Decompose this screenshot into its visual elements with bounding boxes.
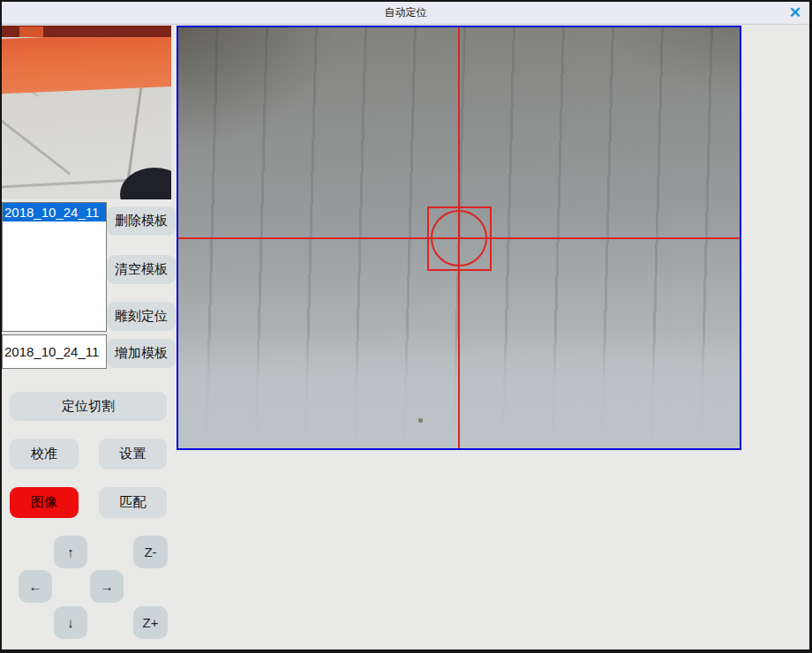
jog-up-button[interactable]: ↑ <box>54 536 87 568</box>
close-icon[interactable]: ✕ <box>789 4 801 23</box>
jog-z-minus-button[interactable]: Z- <box>133 536 168 568</box>
dialog-title: 自动定位 <box>385 5 427 20</box>
target-circle <box>431 210 487 266</box>
auto-position-dialog: 自动定位 ✕ 2018_10_24_11 2018_10_24_11 删除模板 … <box>0 0 812 653</box>
calibrate-button[interactable]: 校准 <box>10 439 79 469</box>
template-preview-image <box>2 26 173 199</box>
jog-z-plus-button[interactable]: Z+ <box>133 606 168 639</box>
settings-button[interactable]: 设置 <box>99 439 167 469</box>
clear-template-button[interactable]: 清空模板 <box>107 255 176 284</box>
template-list[interactable]: 2018_10_24_11 <box>2 202 107 332</box>
jog-left-button[interactable]: ← <box>19 570 52 603</box>
image-button-active[interactable]: 图像 <box>10 487 79 518</box>
jog-down-button[interactable]: ↓ <box>54 606 87 639</box>
template-list-item[interactable]: 2018_10_24_11 <box>3 203 106 221</box>
preview-top-strip-highlight <box>19 26 43 37</box>
camera-speck <box>418 418 423 423</box>
match-button[interactable]: 匹配 <box>99 487 167 518</box>
titlebar: 自动定位 ✕ <box>2 2 809 25</box>
add-template-button[interactable]: 增加模板 <box>107 339 176 368</box>
camera-view <box>177 26 741 450</box>
preview-orange-beam <box>2 31 173 94</box>
position-cut-button[interactable]: 定位切割 <box>10 392 167 421</box>
jog-right-button[interactable]: → <box>90 570 124 603</box>
engrave-position-button[interactable]: 雕刻定位 <box>107 302 176 331</box>
delete-template-button[interactable]: 删除模板 <box>107 206 176 236</box>
template-name-input[interactable]: 2018_10_24_11 <box>2 334 107 369</box>
